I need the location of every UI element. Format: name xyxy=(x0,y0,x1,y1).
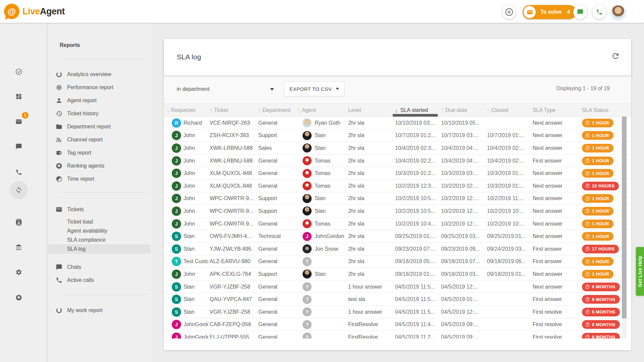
sidebar-item-department-report[interactable]: Department report xyxy=(48,120,151,133)
table-row[interactable]: JJohnWPC-OWRTR-9...SupportStan2hr sla10/… xyxy=(164,205,631,218)
ticket-code: VGR-YJZBF-258 xyxy=(210,281,257,293)
rail-item-calls[interactable] xyxy=(12,165,26,179)
table-row[interactable]: JJohnAPK-CEXLG-764SupportStan2hr sla09/1… xyxy=(164,268,631,281)
sidebar-item-my-work-report[interactable]: My work report xyxy=(48,304,151,317)
rail-item-reports[interactable] xyxy=(10,181,28,199)
sidebar-item-ranking-agents[interactable]: Ranking agents xyxy=(48,159,151,172)
rail-item-tasks[interactable] xyxy=(12,65,26,79)
table-row[interactable]: JJohnXWK-LRBNU-588SalesStan2hr sla10/4/2… xyxy=(164,142,631,155)
vertical-scrollbar-track[interactable] xyxy=(622,117,627,339)
sla-level: 2hr sla xyxy=(348,192,394,205)
rail-item-tickets[interactable]: 1 xyxy=(12,115,26,129)
requester-avatar: R xyxy=(172,117,182,129)
chevron-down-icon xyxy=(336,88,339,90)
table-row[interactable]: JJohnXLM-QUXOL-848GeneralTomas2hr sla10/… xyxy=(164,180,631,192)
table-row[interactable]: JJohnGordonCAB-FZEPQ-056General?FirstRes… xyxy=(164,318,631,331)
sidebar-subitem-sla-log[interactable]: SLA log xyxy=(48,244,151,254)
column-header-requester[interactable]: ↑↓Requester xyxy=(167,104,208,117)
sidebar-item-label: Department report xyxy=(67,124,111,130)
rail-item-dashboard[interactable] xyxy=(12,89,26,104)
table-row[interactable]: JJohnGordonELJ-UTPPP-555General?FirstRes… xyxy=(164,331,631,339)
avatar: J xyxy=(172,333,181,339)
table-row[interactable]: JJohnWPC-OWRTR-9...SupportStan2hr sla10/… xyxy=(164,192,631,205)
agent-name: Tomas xyxy=(315,167,347,180)
table-row[interactable]: SStanQAU-YVPCA-847General?test sla04/5/2… xyxy=(164,293,631,306)
sidebar-item-ticket-history[interactable]: Ticket history xyxy=(48,107,151,120)
star-circle-icon xyxy=(15,294,22,301)
sidebar-item-active-calls[interactable]: Active calls xyxy=(48,274,151,287)
column-header-label: Requester xyxy=(171,107,196,113)
requester-name: JohnGordon xyxy=(183,318,208,331)
sidebar-item-time-report[interactable]: Time report xyxy=(48,172,151,185)
table-row[interactable]: SStanOWS-FVJMH-4...TechnicalJJohnGordon2… xyxy=(164,230,631,243)
avatar: S xyxy=(172,307,181,317)
table-row[interactable]: JJohnXWK-LRBNU-588GeneralTomas2hr sla10/… xyxy=(164,155,631,167)
sla-level: 2hr sla xyxy=(348,167,394,180)
department: General xyxy=(258,155,302,167)
sidebar-item-channel-report[interactable]: Channel report xyxy=(48,133,151,146)
user-avatar[interactable] xyxy=(611,5,626,19)
status-badge-label: 6 MONTHS xyxy=(592,284,615,289)
department: Technical xyxy=(258,230,302,243)
add-new-button[interactable] xyxy=(502,5,516,19)
status-badge-label: 1 HOUR xyxy=(592,158,609,163)
sidebar-subitem-sla-compliance[interactable]: SLA compliance xyxy=(48,235,151,245)
department: General xyxy=(258,218,302,230)
status-badge: 6 MONTHS xyxy=(582,308,620,316)
get-live-help-tab[interactable]: Get Live Help xyxy=(636,247,644,296)
column-header-due-date[interactable]: ↑↓Due date xyxy=(441,104,486,117)
vertical-scrollbar-thumb[interactable] xyxy=(622,117,627,318)
column-header-ticket[interactable]: ↑↓Ticket xyxy=(210,104,257,117)
sidebar-item-analytics-overview[interactable]: Analytics overview xyxy=(48,68,151,81)
sidebar-item-tag-report[interactable]: Tag report xyxy=(48,146,151,159)
table-row[interactable]: JJohnWPC-OWRTR-9...GeneralTomas2hr sla10… xyxy=(164,218,631,230)
table-row[interactable]: JJohnZSH-RCIXY-393SupportStan2hr sla10/7… xyxy=(164,129,631,142)
column-header-department[interactable]: ↑↓Department xyxy=(258,104,302,117)
sidebar-item-tickets[interactable]: Tickets xyxy=(48,203,151,216)
rail-item-billing[interactable] xyxy=(12,240,26,254)
status-badge: 1 HOUR xyxy=(582,220,613,228)
column-header-closed[interactable]: ↑↓Closed xyxy=(487,104,532,117)
sidebar-item-label: Tag report xyxy=(67,150,91,156)
avatar: J xyxy=(172,269,181,279)
department-filter-value: in department xyxy=(177,86,210,92)
refresh-button[interactable] xyxy=(611,52,620,60)
department: Support xyxy=(258,129,302,142)
sidebar-subitem-ticket-load[interactable]: Ticket load xyxy=(48,217,151,227)
requester-name: Stan xyxy=(183,281,208,293)
requester-name: John xyxy=(183,205,208,218)
sidebar-item-agent-report[interactable]: Agent report xyxy=(48,94,151,107)
table-row[interactable]: SStanVGR-YJZBF-258General?1 hour answer0… xyxy=(164,281,631,293)
requester-avatar: J xyxy=(172,129,182,142)
table-row[interactable]: TTest CustomerALZ-EARVU-980General?2hr s… xyxy=(164,255,631,268)
sidebar-item-chats[interactable]: Chats xyxy=(48,260,151,274)
column-header-agent[interactable]: ↑↓Agent xyxy=(298,104,347,117)
calls-quick-button[interactable] xyxy=(592,5,606,19)
sidebar-item-performance-report[interactable]: Performance report xyxy=(48,81,151,94)
chats-quick-button[interactable] xyxy=(573,5,587,19)
rail-item-chats[interactable] xyxy=(12,139,26,154)
rail-item-settings[interactable] xyxy=(12,265,26,279)
agent-avatar xyxy=(303,218,312,230)
department-filter-select[interactable]: in department xyxy=(177,83,274,95)
to-solve-count: 4 xyxy=(567,9,570,15)
avatar xyxy=(303,244,312,253)
agent-avatar xyxy=(303,117,312,129)
agent-name: Jon Snow xyxy=(315,243,347,255)
table-row[interactable]: SStanVGR-YJZBF-258General?1 hour answer0… xyxy=(164,306,631,318)
liveagent-logo[interactable]: @ LiveAgent xyxy=(4,3,65,20)
table-row[interactable]: SStanYJW-ZWLYB-895GeneralJon Snow2hr sla… xyxy=(164,243,631,255)
to-solve-button[interactable]: To solve 4 xyxy=(523,5,576,19)
sla-started-date: 04/5/2019 11:4... xyxy=(395,318,440,331)
gear-icon xyxy=(15,269,22,276)
sla-log-card: SLA log in department EXPORT TO CSV Disp… xyxy=(164,39,631,350)
export-to-csv-button[interactable]: EXPORT TO CSV xyxy=(284,81,344,96)
table-row[interactable]: JJohnXLM-QUXOL-848GeneralTomas2hr sla10/… xyxy=(164,167,631,180)
rail-item-contacts[interactable] xyxy=(12,215,26,229)
sidebar-subitem-agent-availability[interactable]: Agent availability xyxy=(48,226,151,236)
sla-started-date: 10/3/2019 01:2... xyxy=(395,167,440,180)
chip-icon xyxy=(56,84,62,91)
table-row[interactable]: RRichardVCE-NIRQF-263GeneralRyan Goth2hr… xyxy=(164,117,631,129)
rail-item-ranking[interactable] xyxy=(12,291,26,305)
sla-type: Next answer xyxy=(533,192,577,205)
